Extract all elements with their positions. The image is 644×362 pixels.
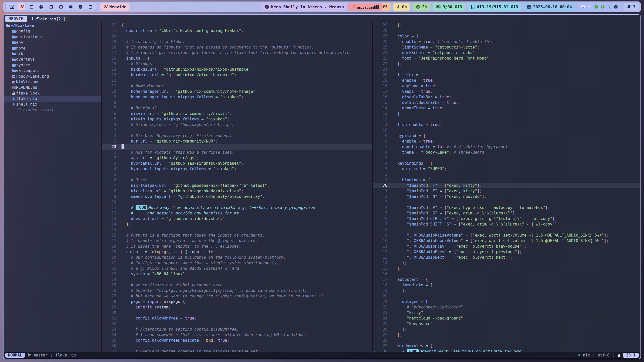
tree-item-flake-nix[interactable]: ❄flake.nix	[4, 96, 101, 102]
code-line[interactable]: 23	[102, 144, 372, 150]
code-line[interactable]: 6 nixvim.url = "github:nix-community/nix…	[102, 111, 372, 116]
code-line[interactable]: 14 gnomeTheme = true;	[373, 105, 640, 111]
code-line[interactable]: 31 config.allowUnfree = true;	[102, 315, 372, 321]
code-line[interactable]: 28	[373, 28, 640, 33]
code-line[interactable]: 10 ", XF86AudioLowerVolume" = ["exec, wp…	[373, 238, 640, 244]
code-line[interactable]: 18 wayland = true;	[373, 83, 640, 89]
code-line[interactable]: 17 vaapi = true;	[373, 89, 640, 94]
code-line[interactable]: 19 ];	[373, 288, 640, 293]
code-line[interactable]: 33 # Alternative to setting config.allow…	[102, 327, 372, 332]
code-line[interactable]: 21 delayed = [	[373, 299, 640, 304]
code-line[interactable]: ✓30 # TODODoesn't work, use focus_on_act…	[373, 349, 640, 352]
workspace-empty-workspace[interactable]	[58, 4, 64, 10]
code-line[interactable]: 1 bindings = {	[373, 177, 640, 183]
code-line[interactable]: 3 main-mod = "SUPER";	[373, 166, 640, 172]
keyboard-icon[interactable]	[581, 5, 585, 9]
code-line[interactable]: 76 "$mainMod, T" = ["exec, kitty"];	[373, 183, 640, 188]
code-line[interactable]: 25 "keepassxc"	[373, 321, 640, 327]
code-line[interactable]: 6 theme = "Foggy-Lake"; # Three-Bears	[373, 150, 640, 155]
keepassxc-icon[interactable]	[600, 5, 605, 9]
code-line[interactable]: 28 pkgs = import nixpkgs {	[102, 299, 372, 304]
code-line[interactable]: 9 emacs-overlay.url = "github:nix-commun…	[102, 194, 372, 199]
code-line[interactable]: 26 # Usually, "nixpkgs.legacyPackages.${…	[102, 288, 372, 293]
code-line[interactable]: 18 # It gives the name "inputs" to the .…	[102, 244, 372, 249]
code-line[interactable]: 8 enable = true;	[373, 139, 640, 144]
code-line[interactable]: 5	[373, 155, 640, 161]
tab-buffer-flake-nix[interactable]: 1 flake.nix[2+]	[28, 16, 69, 22]
status-pill-disk[interactable]: 413.19/915.81 GiB	[468, 3, 521, 11]
code-line[interactable]: 13 ", XF86AudioNext" = ["exec, playerctl…	[373, 255, 640, 260]
tree-item-overlays[interactable]: overlays	[4, 57, 101, 62]
code-line[interactable]: 4 keybindings = {	[373, 161, 640, 166]
code-line[interactable]: 22 # "kdeconnect-indicator"	[373, 304, 640, 310]
code-line[interactable]: 11 ", XF86AudioPlay" = ["exec, playerctl…	[373, 244, 640, 249]
code-line[interactable]: 9 home-manager.inputs.nixpkgs.follows = …	[102, 94, 372, 100]
code-line[interactable]: 26 enable = true; # You can't disable th…	[373, 39, 640, 44]
code-line[interactable]: 16 disableTabBar = true;	[373, 94, 640, 100]
code-line[interactable]: 10	[373, 127, 640, 133]
code-line[interactable]: ✓11 # TODOMove away from devshell, as it…	[102, 205, 372, 210]
workspace-empty-workspace[interactable]	[88, 4, 93, 10]
code-line[interactable]: 29 inherit system;	[102, 304, 372, 310]
tree-item-nixvim-png[interactable]: NixVim.png	[4, 79, 101, 85]
code-line[interactable]: 10 home-manager.url = "github:nix-commun…	[102, 89, 372, 94]
tree-item-flake-lock[interactable]: flake.lock	[4, 90, 101, 96]
code-line[interactable]: 9 hyprland = {	[373, 133, 640, 139]
code-line[interactable]: 23 "kitty"	[373, 310, 640, 315]
tree-item-wallpapers[interactable]: wallpapers	[4, 68, 101, 73]
code-line[interactable]: 4 "$mainMod, P" = ["exec, hyprpicker --a…	[373, 205, 640, 210]
code-line[interactable]: 21 description = "ChUrl's NixOS config u…	[102, 28, 372, 33]
code-line[interactable]: 8 nix-alien.url = "github:thiagokokada/n…	[102, 188, 372, 194]
code-line[interactable]: 20 # Our configuration is buildable on t…	[102, 255, 372, 260]
tree-item-home[interactable]: home	[4, 46, 101, 51]
code-line[interactable]: 21	[373, 67, 640, 72]
code-line[interactable]: 14 };	[102, 221, 372, 227]
code-line[interactable]: 1 nur.url = "github:nix-community/NUR";	[102, 139, 372, 144]
code-line[interactable]: 8	[102, 100, 372, 105]
code-line[interactable]: 26 ];	[373, 327, 640, 332]
code-line[interactable]: 18 # It depends on "inputs" that are pas…	[102, 44, 372, 50]
tree-item-readme-md[interactable]: README.md	[4, 85, 101, 90]
code-line[interactable]: 6 # Other	[102, 177, 372, 183]
code-line[interactable]: 30	[102, 310, 372, 315]
code-line[interactable]: 15	[102, 227, 372, 233]
code-line[interactable]: 7 "$mainMod SHIFT, S" = ["exec, grim -g …	[373, 221, 640, 227]
code-line[interactable]: 12 # and doesn't provide any benefits fo…	[102, 210, 372, 216]
code-line[interactable]: 22 # e.g. NixOS (linux) and MacOS (darwi…	[102, 266, 372, 271]
workspace-files-icon[interactable]	[68, 4, 73, 10]
workspace-spotify-icon[interactable]	[78, 4, 83, 10]
code-line[interactable]: 23 font = "JetBrainsMono Nerd Font Mono"…	[373, 56, 640, 61]
code-line[interactable]: 15 # Nixpkgs	[102, 61, 372, 67]
code-line[interactable]: 12 ", XF86AudioPrev" = ["exec, playerctl…	[373, 249, 640, 255]
code-line[interactable]: 5 nixvim.inputs.nixpkgs.follows = "nixpk…	[102, 116, 372, 122]
code-line[interactable]: 6 "$mainMod CTRL, S" = ["exec, grim -g \…	[373, 216, 640, 221]
code-line[interactable]: 24 "nextcloud --background"	[373, 315, 640, 321]
code-line[interactable]: 20	[102, 33, 372, 39]
network-icon[interactable]	[607, 5, 611, 9]
code-line[interactable]: 28	[373, 338, 640, 343]
code-line[interactable]: 4 # blink-cmp.url = "github:saghen/blink…	[102, 122, 372, 127]
code-line[interactable]: 4 hyprpanel.inputs.nixpkgs.follows = "ni…	[102, 166, 372, 172]
code-line[interactable]: 7 nix-flatpak.url = "github:gmodena/nix-…	[102, 183, 372, 188]
code-line[interactable]: 13 };	[373, 111, 640, 116]
code-line[interactable]: 11 # Home Manager	[102, 83, 372, 89]
code-line[interactable]: 16	[373, 271, 640, 277]
tree-item-config[interactable]: config	[4, 28, 101, 34]
code-line[interactable]: 3	[102, 127, 372, 133]
display-icon[interactable]	[587, 5, 592, 9]
code-line[interactable]: 1 "$mainMod, E" = ["exec, kitty"];	[373, 188, 640, 194]
code-line[interactable]: 5 "$mainMod, S" = ["exec, grim -g \"$(sl…	[373, 210, 640, 216]
code-line[interactable]: 14 };	[373, 260, 640, 266]
tree-item-system[interactable]: system	[4, 62, 101, 68]
editor-pane-right[interactable]: 29 };2827 color = {26 enable = true; # Y…	[373, 22, 640, 352]
code-line[interactable]: 36	[102, 343, 372, 349]
code-line[interactable]: 3	[373, 199, 640, 205]
code-line[interactable]: 20 firefox = {	[373, 72, 640, 78]
code-line[interactable]: 19 outputs = {nixpkgs, ...} @ inputs: le…	[102, 249, 372, 255]
tree-item--9-hidden-items-[interactable]: (9 hidden items)	[4, 107, 101, 113]
code-line[interactable]: 5	[102, 172, 372, 177]
code-line[interactable]: 2 "$mainMod, N" = ["exec, neovide"];	[373, 194, 640, 199]
code-line[interactable]: 19 # This config is a Flake.	[102, 39, 372, 44]
code-line[interactable]: 9 ", XF86AudioRaiseVolume" = ["exec, wpc…	[373, 233, 640, 238]
code-line[interactable]: 12	[102, 78, 372, 83]
